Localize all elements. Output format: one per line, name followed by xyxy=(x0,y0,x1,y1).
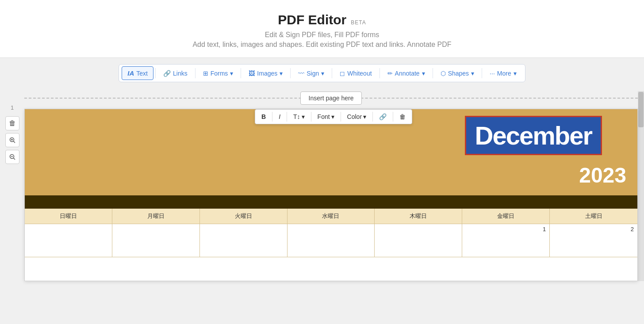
link-btn[interactable]: 🔗 xyxy=(375,111,391,122)
year-text[interactable]: 2023 xyxy=(579,163,626,187)
separator-2 xyxy=(195,68,196,78)
calendar-grid-row1: 1 2 xyxy=(25,224,637,257)
zoom-in-btn[interactable] xyxy=(5,133,19,147)
cal-cell-6: 2 xyxy=(550,224,637,257)
more-chevron-icon: ▾ xyxy=(514,70,517,77)
toolbar-wrap: IA Text 🔗 Links ⊞ Forms ▾ 🖼 Images ▾ 〰 S… xyxy=(0,58,644,87)
toolbar-whiteout-btn[interactable]: ◻ Whiteout xyxy=(334,66,377,80)
images-icon: 🖼 xyxy=(249,70,255,77)
beta-badge: BETA xyxy=(351,19,366,26)
separator-4 xyxy=(290,68,291,78)
font-size-btn[interactable]: T↕ ▾ xyxy=(289,111,309,122)
separator-3 xyxy=(241,68,241,78)
toolbar-shapes-btn[interactable]: ⬡ Shapes ▾ xyxy=(435,66,480,80)
toolbar-images-btn[interactable]: 🖼 Images ▾ xyxy=(243,66,288,80)
whiteout-icon: ◻ xyxy=(340,70,345,77)
annotate-chevron-icon: ▾ xyxy=(422,70,425,77)
separator-6 xyxy=(380,68,380,78)
images-chevron-icon: ▾ xyxy=(280,70,283,77)
tt-sep-5 xyxy=(372,112,373,122)
links-icon: 🔗 xyxy=(163,70,171,77)
left-sidebar: 1 🗑 xyxy=(0,91,24,281)
header: PDF Editor BETA Edit & Sign PDF files, F… xyxy=(0,0,644,58)
pdf-page: B I T↕ ▾ Font ▾ Color ▾ xyxy=(24,109,638,281)
insert-page-bar: Insert page here xyxy=(24,91,638,105)
toolbar-sign-btn[interactable]: 〰 Sign ▾ xyxy=(292,66,330,80)
cal-cell-5: 1 xyxy=(462,224,550,257)
text-formatting-toolbar: B I T↕ ▾ Font ▾ Color ▾ xyxy=(255,109,412,124)
font-label: Font xyxy=(318,113,330,120)
toolbar-annotate-btn[interactable]: ✏ Annotate ▾ xyxy=(382,66,431,80)
separator-8 xyxy=(482,68,482,78)
separator-7 xyxy=(433,68,433,78)
font-size-label: T↕ xyxy=(293,113,300,120)
delete-text-icon: 🗑 xyxy=(399,113,406,120)
december-text-container[interactable]: December xyxy=(465,116,602,155)
main-content: Insert page here B I T↕ ▾ Font ▾ xyxy=(24,91,638,281)
toolbar-forms-btn[interactable]: ⊞ Forms ▾ xyxy=(197,66,239,80)
svg-line-3 xyxy=(13,141,15,143)
app-title: PDF Editor xyxy=(278,12,346,27)
header-subtitle1: Edit & Sign PDF files, Fill PDF forms xyxy=(9,31,635,39)
annotate-label: Annotate xyxy=(395,70,420,77)
toolbar-more-btn[interactable]: ··· More ▾ xyxy=(484,66,522,80)
text-icon: IA xyxy=(127,69,134,77)
day-header-5: 金曜日 xyxy=(462,209,550,224)
sign-label: Sign xyxy=(307,70,319,77)
whiteout-label: Whiteout xyxy=(347,70,372,77)
color-label: Color xyxy=(347,113,362,120)
text-label: Text xyxy=(136,70,148,77)
day-header-1: 月曜日 xyxy=(112,209,200,224)
delete-page-btn[interactable]: 🗑 xyxy=(5,116,19,130)
svg-line-6 xyxy=(13,158,15,160)
tt-sep-4 xyxy=(341,112,341,122)
calendar-day-headers: 日曜日 月曜日 火曜日 水曜日 木曜日 金曜日 土曜日 xyxy=(25,209,637,224)
links-label: Links xyxy=(173,70,188,77)
tt-sep-1 xyxy=(272,112,272,122)
toolbar-text-btn[interactable]: IA Text xyxy=(122,66,153,80)
app-title-wrap: PDF Editor BETA xyxy=(278,12,366,27)
delete-text-btn[interactable]: 🗑 xyxy=(395,111,410,122)
right-scrollbar[interactable] xyxy=(638,91,644,281)
annotate-icon: ✏ xyxy=(387,70,393,77)
font-btn[interactable]: Font ▾ xyxy=(314,111,338,122)
tt-sep-2 xyxy=(287,112,287,122)
cal-cell-1 xyxy=(112,224,200,257)
day-header-3: 水曜日 xyxy=(288,209,375,224)
main-toolbar: IA Text 🔗 Links ⊞ Forms ▾ 🖼 Images ▾ 〰 S… xyxy=(119,64,525,82)
calendar-dark-strip xyxy=(25,195,637,209)
font-chevron-icon: ▾ xyxy=(331,113,334,120)
cal-cell-3 xyxy=(288,224,375,257)
forms-icon: ⊞ xyxy=(203,70,208,77)
forms-label: Forms xyxy=(211,70,228,77)
images-label: Images xyxy=(257,70,277,77)
header-subtitle2: Add text, links, images and shapes. Edit… xyxy=(9,41,635,49)
shapes-icon: ⬡ xyxy=(441,70,446,77)
separator-5 xyxy=(332,68,332,78)
more-icon: ··· xyxy=(490,70,495,77)
shapes-chevron-icon: ▾ xyxy=(471,70,474,77)
day-header-6: 土曜日 xyxy=(550,209,637,224)
cal-cell-2 xyxy=(200,224,288,257)
day-header-0: 日曜日 xyxy=(25,209,112,224)
toolbar-links-btn[interactable]: 🔗 Links xyxy=(157,66,193,80)
sign-chevron-icon: ▾ xyxy=(321,70,324,77)
zoom-out-btn[interactable] xyxy=(5,150,19,164)
font-size-chevron-icon: ▾ xyxy=(302,113,305,120)
scrollbar-thumb[interactable] xyxy=(638,92,644,127)
day-header-2: 火曜日 xyxy=(200,209,288,224)
insert-page-btn[interactable]: Insert page here xyxy=(300,91,362,105)
cal-cell-0 xyxy=(25,224,112,257)
more-label: More xyxy=(497,70,511,77)
color-btn[interactable]: Color ▾ xyxy=(343,111,370,122)
cal-cell-4 xyxy=(375,224,462,257)
sign-icon: 〰 xyxy=(298,70,304,77)
link-icon: 🔗 xyxy=(379,113,387,120)
tt-sep-6 xyxy=(393,112,393,122)
day-header-4: 木曜日 xyxy=(375,209,462,224)
forms-chevron-icon: ▾ xyxy=(230,70,233,77)
december-text[interactable]: December xyxy=(465,116,602,155)
italic-btn[interactable]: I xyxy=(275,111,284,122)
page-number: 1 xyxy=(11,104,14,111)
bold-btn[interactable]: B xyxy=(257,111,270,122)
